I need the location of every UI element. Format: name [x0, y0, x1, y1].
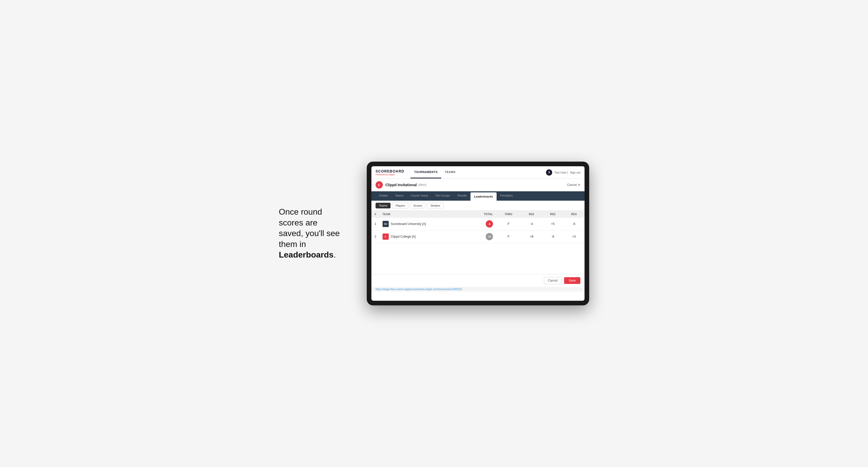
- side-text-line1: Once round: [279, 207, 322, 216]
- row2-thru: F: [496, 230, 521, 243]
- logo-sub-prefix: Powered by: [376, 173, 389, 176]
- row2-rd1: +8: [521, 230, 542, 243]
- row2-total: +3: [469, 230, 496, 243]
- col-rd3: RD3: [563, 211, 585, 218]
- team-name-1: Scoreboard University [A]: [391, 222, 426, 226]
- row1-thru: F: [496, 218, 521, 230]
- status-bar: https://stage-blue-coach.stagesscoreboar…: [371, 287, 585, 292]
- side-text-block: Once round scores are saved, you'll see …: [279, 207, 351, 260]
- nav-right: S Test User | Sign out: [546, 169, 580, 176]
- team-name-2: Clippd College [A]: [391, 235, 416, 239]
- nav-teams[interactable]: Teams: [441, 166, 459, 179]
- tab-printables[interactable]: Printables: [497, 191, 517, 201]
- filter-bar: Teams Players Scores Strokes: [371, 201, 585, 211]
- leaderboard-table: # Team Total Thru RD1 RD2 RD3 1: [371, 211, 585, 243]
- logo-brand: clippd: [389, 173, 395, 176]
- tournament-header: C Clippd Invitational (Men) Cancel ✕: [371, 179, 585, 191]
- row1-total: -5: [469, 218, 496, 230]
- col-thru: Thru: [496, 211, 521, 218]
- page-footer: Cancel Save: [371, 274, 585, 287]
- user-name: Test User |: [554, 171, 568, 174]
- tournament-cancel[interactable]: Cancel ✕: [567, 183, 580, 187]
- col-rank: #: [371, 211, 379, 218]
- logo-text: SCOREBOARD: [376, 169, 404, 173]
- side-text-period: .: [334, 250, 336, 259]
- row2-rd3: +3: [563, 230, 585, 243]
- team-cell-1: SU Scoreboard University [A]: [382, 221, 466, 227]
- col-rd1: RD1: [521, 211, 542, 218]
- tab-results[interactable]: Results: [454, 191, 470, 201]
- tab-teams[interactable]: Teams: [392, 191, 407, 201]
- table-row: 1 SU Scoreboard University [A] -5 F -4: [371, 218, 585, 230]
- tournament-sub: (Men): [418, 183, 426, 187]
- side-text-line2: scores are: [279, 218, 317, 227]
- close-icon: ✕: [578, 183, 580, 187]
- status-url: https://stage-blue-coach.stagesscoreboar…: [376, 288, 462, 291]
- row1-rd3: -6: [563, 218, 585, 230]
- filter-strokes[interactable]: Strokes: [427, 203, 443, 209]
- logo-sub: Powered by clippd: [376, 173, 404, 176]
- team-logo-1: SU: [382, 221, 389, 227]
- tablet-device: SCOREBOARD Powered by clippd Tournaments…: [367, 162, 589, 305]
- tabs-bar: Details Teams Course Setup Tee Groups Re…: [371, 191, 585, 201]
- row2-rd2: -8: [542, 230, 563, 243]
- side-text-line4: them in: [279, 240, 306, 249]
- row2-rank: 2: [371, 230, 379, 243]
- footer-cancel-button[interactable]: Cancel: [544, 277, 561, 284]
- filter-teams[interactable]: Teams: [376, 203, 391, 209]
- row1-rd1: -4: [521, 218, 542, 230]
- sign-out-link[interactable]: Sign out: [570, 171, 580, 174]
- content-spacer: [371, 243, 585, 274]
- nav-links: Tournaments Teams: [410, 166, 459, 179]
- top-nav: SCOREBOARD Powered by clippd Tournaments…: [371, 166, 585, 179]
- score-badge-1: -5: [486, 220, 493, 227]
- row1-rank: 1: [371, 218, 379, 230]
- row2-team: C Clippd College [A]: [379, 230, 469, 243]
- row1-rd2: +5: [542, 218, 563, 230]
- team-cell-2: C Clippd College [A]: [382, 234, 466, 240]
- user-avatar: S: [546, 169, 552, 176]
- tab-course-setup[interactable]: Course Setup: [407, 191, 432, 201]
- tournament-icon: C: [376, 181, 383, 188]
- row1-team: SU Scoreboard University [A]: [379, 218, 469, 230]
- filter-scores[interactable]: Scores: [410, 203, 426, 209]
- footer-save-button[interactable]: Save: [564, 277, 580, 284]
- filter-players[interactable]: Players: [392, 203, 408, 209]
- logo-area: SCOREBOARD Powered by clippd: [376, 169, 404, 176]
- side-text-bold: Leaderboards: [279, 250, 334, 259]
- cancel-label: Cancel: [567, 183, 577, 187]
- tab-leaderboards[interactable]: Leaderboards: [470, 192, 497, 201]
- table-row: 2 C Clippd College [A] +3 F +8 -8: [371, 230, 585, 243]
- table-header-row: # Team Total Thru RD1 RD2 RD3: [371, 211, 585, 218]
- col-rd2: RD2: [542, 211, 563, 218]
- tournament-name: Clippd Invitational: [385, 183, 417, 187]
- col-total: Total: [469, 211, 496, 218]
- score-badge-2: +3: [486, 233, 493, 240]
- team-logo-2: C: [382, 234, 389, 240]
- nav-tournaments[interactable]: Tournaments: [410, 166, 441, 179]
- tab-tee-groups[interactable]: Tee Groups: [432, 191, 454, 201]
- tablet-screen: SCOREBOARD Powered by clippd Tournaments…: [371, 166, 585, 301]
- tab-details[interactable]: Details: [376, 191, 392, 201]
- col-team: Team: [379, 211, 469, 218]
- side-text-line3: saved, you'll see: [279, 228, 340, 238]
